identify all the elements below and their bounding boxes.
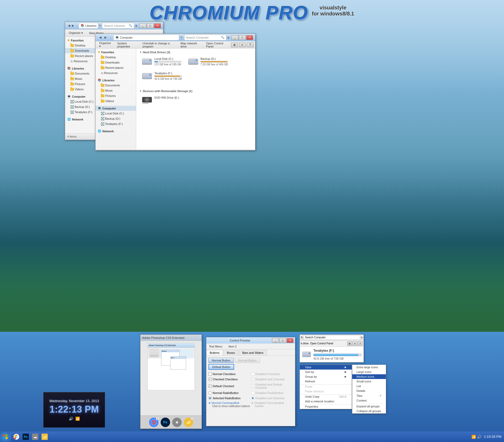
comp-d-drive[interactable]: Backup (D:) 7.20 GB free of 465 GB <box>186 55 230 68</box>
taskbar-ps-icon[interactable]: Ps <box>21 432 30 441</box>
sub-list[interactable]: List <box>352 384 386 388</box>
drive-detail-menu-icon[interactable]: ≡ <box>361 336 363 339</box>
comp-close-btn[interactable]: ✕ <box>246 35 253 40</box>
tray-volume-icon[interactable]: 🔊 <box>477 435 481 439</box>
libs-f-drive-item[interactable]: 💽 Terabytes (F:) <box>65 109 99 115</box>
comp-address-bar[interactable]: 💻 Computer <box>113 35 179 40</box>
taskbar-clock[interactable]: 1:19:28 PM <box>484 435 502 439</box>
libs-menu-icon[interactable]: ≡ <box>135 24 137 28</box>
comp-minimize-btn[interactable]: _ <box>232 35 238 40</box>
sub-small[interactable]: Small icons <box>352 379 386 384</box>
libs-search-bar[interactable]: Search Libraries 🔍 <box>102 23 134 29</box>
taskbar-files-icon[interactable]: 📁 <box>40 432 49 441</box>
ps-ps-icon-container[interactable]: Ps <box>161 418 170 427</box>
taskbar-start-btn[interactable] <box>0 432 10 442</box>
tray-network-icon[interactable]: 📶 <box>471 435 476 439</box>
comp-resources-item[interactable]: ⚠ Resources <box>96 70 136 76</box>
ctrl-checkbox1[interactable]: Normal Checkbox <box>208 372 250 376</box>
libs-up-btn[interactable]: ↑ <box>75 23 79 28</box>
comp-hard-drives-header[interactable]: Hard Disk Drives (3) <box>139 51 252 54</box>
comp-refresh-btn[interactable]: ↻ <box>179 35 184 40</box>
libs-refresh-btn[interactable]: ↻ <box>98 23 102 28</box>
comp-menu-icon[interactable]: ≡ <box>227 35 229 40</box>
libs-computer-header[interactable]: 💻 Computer <box>65 94 99 99</box>
ctrl-tab-boxes[interactable]: Boxes <box>223 350 238 355</box>
comp-up-btn[interactable]: ↑ <box>108 35 113 40</box>
drive-detail-search[interactable]: Search Computer <box>304 335 360 340</box>
ctx-paste[interactable]: Paste <box>300 384 352 389</box>
comp-dvd-drive[interactable]: DVD RW DVD RW Drive (E:) <box>139 94 181 107</box>
libs-minimize-btn[interactable]: _ <box>139 23 146 28</box>
ps-chrome-icon-container[interactable]: 3 <box>149 418 159 427</box>
taskbar-cloud-icon[interactable]: ☁ <box>30 432 40 441</box>
ctx-sort[interactable]: Sort by ▶ <box>300 370 352 374</box>
libs-maximize-btn[interactable]: □ <box>147 23 154 28</box>
comp-computer-header[interactable]: 💻 Computer <box>96 106 136 111</box>
comp-c-drive-item[interactable]: 💽Local Disk (C:) <box>96 111 136 116</box>
comp-videos-item[interactable]: Videos <box>96 98 136 104</box>
ctx-undo[interactable]: Undo Copy Ctrl+Z <box>300 394 352 399</box>
ctrl-default-btn[interactable]: Default Button <box>208 364 234 370</box>
comp-organize-btn[interactable]: Organize ▾ <box>97 42 113 48</box>
ctrl-link1[interactable]: ➤ Normal Commandlink <box>208 401 250 405</box>
sub-large[interactable]: Large icons <box>352 370 386 374</box>
comp-forward-btn[interactable]: ▶ <box>103 35 108 40</box>
ctrl-checkbox3[interactable]: ✓ Default Checked <box>208 382 250 390</box>
ctrl-menu-item2[interactable]: Item 2 <box>227 344 238 349</box>
drive-detail-help[interactable]: ? <box>358 341 363 346</box>
comp-control-panel-btn[interactable]: Open Control Panel <box>204 42 229 48</box>
ctx-view[interactable]: View ▶ <box>300 365 352 370</box>
libs-close-btn[interactable]: ✕ <box>154 23 161 28</box>
ctrl-checkbox2[interactable]: ✓ Checked Checkbox <box>208 377 250 381</box>
ctrl-radio2[interactable]: Selected RadioButton <box>208 396 250 400</box>
comp-sidebar-fav-header[interactable]: ★ Favorites <box>96 50 136 55</box>
sub-collapse[interactable]: Collapse all groups <box>352 409 386 413</box>
drive-detail-view1[interactable]: ⊞ <box>347 341 352 346</box>
ctx-refresh[interactable]: Refresh <box>300 379 352 384</box>
libs-desktop-item[interactable]: Desktop <box>65 43 99 48</box>
ctx-properties[interactable]: Properties <box>300 404 352 409</box>
ctrl-normal-btn[interactable]: Normal Button <box>208 358 234 363</box>
drive-detail-map-label[interactable]: k drive <box>301 342 308 345</box>
comp-view-detail-btn[interactable]: ≡ <box>239 43 246 47</box>
ctrl-menu-test[interactable]: Test Menu <box>207 344 224 349</box>
comp-desktop-item[interactable]: Desktop <box>96 55 136 60</box>
drive-detail-view2[interactable]: ≡ <box>353 341 357 346</box>
sub-extra-large[interactable]: Extra large icons <box>352 365 386 370</box>
comp-removable-header[interactable]: Devices with Removable Storage (1) <box>139 90 252 93</box>
comp-recent-item[interactable]: Recent places <box>96 65 136 70</box>
comp-maximize-btn[interactable]: □ <box>239 35 246 40</box>
ctx-add-network[interactable]: Add a network location <box>300 399 352 404</box>
comp-f-drive[interactable]: Terabytes (F:) 42.6 GB free of 736 GB <box>139 70 184 82</box>
ps-folder-icon-container[interactable]: 📁 2 <box>184 418 193 427</box>
sub-medium[interactable]: Medium icons <box>352 374 386 379</box>
ctrl-tab-bars[interactable]: Bars and Sliders <box>239 350 267 355</box>
libs-address-bar[interactable]: 📚 Libraries <box>79 23 98 29</box>
libs-resources-item[interactable]: ⚠ Resources <box>65 59 99 64</box>
comp-libs-header[interactable]: 📚 Libraries <box>96 78 136 83</box>
comp-c-drive[interactable]: Local Disk (C:) 172 GB free of 195 GB <box>139 55 183 68</box>
drive-detail-refresh-btn[interactable]: ↻ <box>301 336 303 339</box>
clock-speaker-icon[interactable]: 🔊 <box>69 417 73 421</box>
libs-videos-item[interactable]: Videos <box>65 87 99 92</box>
libs-pictures-item[interactable]: Pictures <box>65 81 99 87</box>
comp-docs-item[interactable]: Documents <box>96 83 136 88</box>
comp-f-drive-item[interactable]: 💽Terabytes (F:) <box>96 121 136 127</box>
ctx-paste-shortcut[interactable]: Paste shortcut <box>300 389 352 394</box>
libs-organize-btn[interactable]: Organize ▾ <box>67 30 85 36</box>
sub-details[interactable]: Details <box>352 388 386 393</box>
comp-help-btn[interactable]: ? <box>247 43 254 47</box>
libs-libraries-header[interactable]: 📚 Libraries <box>65 66 99 71</box>
ctrl-tab-buttons[interactable]: Buttons <box>206 350 223 355</box>
ctrl-radio1[interactable]: Normal RadioButton <box>208 391 250 395</box>
sub-content[interactable]: Content <box>352 398 386 403</box>
libs-favorites-header[interactable]: ★ Favorites <box>65 38 99 43</box>
ctrl-minimize-btn[interactable]: _ <box>272 338 279 343</box>
libs-music-item[interactable]: Music <box>65 76 99 81</box>
sub-expand[interactable]: Expand all groups <box>352 403 386 409</box>
ctrl-maximize-btn[interactable]: □ <box>279 338 286 343</box>
comp-downloads-item[interactable]: Downloads <box>96 60 136 65</box>
libs-forward-btn[interactable]: ▶ <box>71 23 75 28</box>
libs-back-btn[interactable]: ◀ <box>67 23 71 28</box>
comp-uninstall-btn[interactable]: Uninstall or change a program <box>140 42 176 48</box>
